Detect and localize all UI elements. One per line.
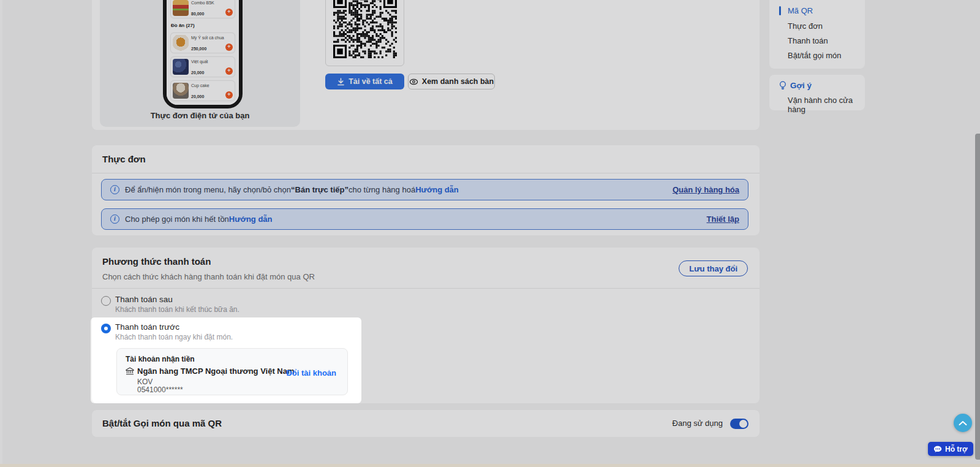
download-all-label: Tải về tất cả [349, 77, 393, 86]
lightbulb-icon [779, 81, 786, 90]
tips-item-operations[interactable]: Vận hành cho cửa hàng [788, 96, 865, 114]
download-icon [337, 78, 345, 86]
qr-ordering-toggle-card: Bật/tắt Gọi món qua mã QR Đang sử dụng [92, 410, 760, 437]
view-table-list-label: Xem danh sách bàn [422, 77, 494, 86]
support-label: Hỗ trợ [945, 445, 968, 454]
bank-icon [126, 367, 134, 375]
account-holder: KOV [137, 378, 153, 386]
chevron-up-icon [959, 420, 967, 426]
payment-section-subtitle: Chọn cách thức khách hàng thanh toán khi… [102, 272, 315, 281]
active-indicator [779, 6, 781, 15]
page-footer-strip [0, 464, 980, 467]
food-image [173, 83, 189, 99]
plus-icon: + [225, 44, 233, 51]
banner-text: cho từng hàng hoá [349, 185, 415, 194]
speech-bubble-icon [933, 446, 942, 453]
account-number: 0541000****** [137, 385, 183, 394]
toggle-section-title: Bật/tắt Gọi món qua mã QR [102, 410, 222, 437]
banner-bold-text: “Bán trực tiếp” [291, 185, 349, 194]
menu-item: Việt quất 20,000 + [170, 56, 235, 77]
menu-category-label: Đồ ăn (27) [170, 21, 235, 29]
setup-link[interactable]: Thiết lập [707, 215, 739, 224]
menu-item: Cup cake 20,000 + [170, 80, 235, 101]
phone-mockup: 80,000 + Combo B5K 80,000 + [163, 0, 243, 108]
menu-item-name: Combo B5K [191, 0, 233, 6]
tips-title: Gợi ý [790, 81, 812, 90]
radio-pay-before[interactable] [101, 324, 111, 333]
plus-icon: + [225, 9, 233, 16]
sidebar-nav-card: Mã QR Thực đơn Thanh toán Bật/tắt gọi mó… [769, 0, 865, 69]
menu-section-title: Thực đơn [102, 154, 146, 164]
manage-products-link[interactable]: Quản lý hàng hóa [673, 185, 739, 194]
banner-text: Cho phép gọi món khi hết tồn [125, 215, 229, 224]
left-page-edge [0, 0, 2, 464]
divider [92, 288, 760, 289]
menu-item: Combo B5K 80,000 + [170, 0, 235, 18]
menu-item-price: 80,000 [191, 12, 204, 16]
plus-icon: + [225, 91, 233, 99]
vertical-scrollbar[interactable] [975, 134, 980, 460]
menu-item-name: Mỳ Ý sốt cà chua [191, 35, 233, 40]
menu-item-price: 250,000 [191, 47, 206, 51]
divider [92, 173, 760, 173]
payment-section-card: Phương thức thanh toán Chọn cách thức kh… [92, 248, 760, 403]
info-icon: i [110, 215, 119, 224]
view-table-list-button[interactable]: Xem danh sách bàn [408, 74, 495, 89]
pay-after-desc: Khách thanh toán khi kết thúc bữa ăn. [115, 305, 239, 314]
qr-code-box [325, 0, 404, 66]
tips-header[interactable]: Gợi ý [779, 81, 812, 90]
phone-preview-panel: 80,000 + Combo B5K 80,000 + [100, 0, 300, 127]
food-image [173, 0, 189, 16]
radio-pay-after[interactable] [101, 296, 111, 306]
plus-icon: + [225, 67, 233, 75]
download-all-button[interactable]: Tải về tất cả [325, 74, 404, 89]
bank-name: Ngân hàng TMCP Ngoại thương Việt Nam [137, 366, 295, 376]
menu-item: Mỳ Ý sốt cà chua 250,000 + [170, 32, 235, 53]
account-card-label: Tài khoản nhận tiền [126, 355, 195, 363]
pay-before-desc: Khách thanh toán ngay khi đặt món. [115, 333, 233, 341]
pay-before-label[interactable]: Thanh toán trước [115, 322, 179, 332]
food-image [173, 35, 189, 51]
qr-code-image [333, 0, 396, 58]
menu-section-card: Thực đơn i Để ẩn/hiện món trong menu, hã… [92, 145, 760, 235]
menu-item-price: 20,000 [191, 70, 204, 75]
qr-section-card: 80,000 + Combo B5K 80,000 + [92, 0, 760, 130]
menu-banner-out-of-stock: i Cho phép gọi món khi hết tồn Hướng dẫn… [101, 208, 748, 230]
phone-caption: Thực đơn điện tử của bạn [100, 111, 300, 120]
support-button[interactable]: Hỗ trợ [928, 442, 973, 456]
info-icon: i [110, 185, 119, 194]
sidebar-item-thuc-don[interactable]: Thực đơn [788, 21, 823, 31]
banner-text: Để ẩn/hiện món trong menu, hãy chọn/bỏ c… [125, 185, 291, 194]
receiving-account-card: Tài khoản nhận tiền Ngân hàng TMCP Ngoại… [116, 348, 348, 395]
sidebar-item-bat-tat[interactable]: Bật/tắt gọi món [788, 51, 841, 60]
eye-icon [409, 78, 418, 86]
save-changes-button[interactable]: Lưu thay đổi [679, 260, 748, 276]
menu-banner-direct-sale: i Để ẩn/hiện món trong menu, hãy chọn/bỏ… [101, 179, 748, 200]
sidebar-item-thanh-toan[interactable]: Thanh toán [788, 36, 828, 45]
save-changes-label: Lưu thay đổi [689, 264, 737, 273]
sidebar-tips-card: Gợi ý Vận hành cho cửa hàng [769, 75, 865, 110]
toggle-status-label: Đang sử dụng [673, 410, 723, 437]
sidebar-item-ma-qr[interactable]: Mã QR [788, 6, 813, 15]
menu-item-name: Việt quất [191, 59, 233, 64]
food-image [173, 59, 189, 75]
guide-link[interactable]: Hướng dẫn [229, 215, 273, 224]
payment-section-title: Phương thức thanh toán [102, 256, 211, 267]
guide-link[interactable]: Hướng dẫn [415, 185, 459, 194]
menu-item-name: Cup cake [191, 83, 233, 88]
pay-after-label[interactable]: Thanh toán sau [115, 295, 173, 304]
menu-item-price: 20,000 [191, 94, 204, 99]
phone-menu-preview: 80,000 + Combo B5K 80,000 + [167, 0, 239, 105]
scroll-to-top-button[interactable] [954, 414, 972, 432]
qr-ordering-toggle[interactable] [730, 419, 748, 429]
change-account-link[interactable]: Đổi tài khoản [286, 368, 336, 378]
